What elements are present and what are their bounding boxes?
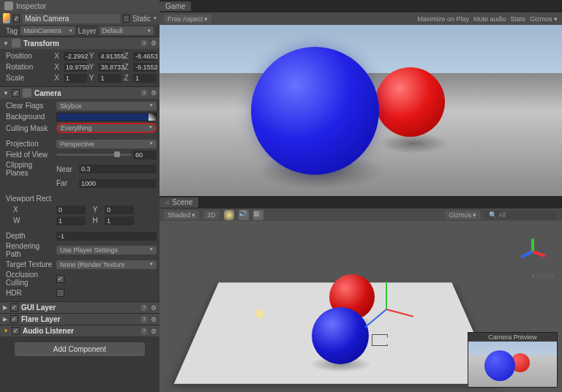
2d-toggle[interactable]: 2D — [203, 211, 220, 219]
scene-view[interactable]: ◄ Persp Camera Preview — [160, 221, 562, 392]
static-label: Static — [132, 15, 151, 23]
fx-icon[interactable]: ▦ — [253, 210, 263, 220]
layer-dropdown[interactable]: Default — [100, 26, 154, 35]
hdr-checkbox[interactable] — [56, 289, 64, 297]
scale-z-input[interactable]: 1 — [133, 74, 157, 83]
camera-header[interactable]: ▼ ✓ Camera ? ⚙ — [0, 87, 160, 99]
pos-y-input[interactable]: 4.91355 — [98, 52, 121, 61]
viewport-y-input[interactable]: 0 — [105, 206, 134, 214]
occlusion-checkbox[interactable]: ✓ — [56, 275, 64, 283]
background-label: Background — [3, 113, 54, 121]
pos-z-input[interactable]: -8.4653 — [133, 52, 157, 61]
audio-listener-header[interactable]: ▼✓Audio Listener?⚙ — [0, 325, 160, 336]
aspect-dropdown[interactable]: Free Aspect ▾ — [164, 15, 211, 23]
gear-icon[interactable]: ⚙ — [151, 89, 157, 97]
scale-x-input[interactable]: 1 — [64, 74, 87, 83]
audio-icon[interactable]: 🔊 — [239, 210, 249, 220]
object-name-input[interactable] — [23, 14, 120, 23]
red-sphere — [375, 67, 445, 137]
rot-x-input[interactable]: 19.9750 — [64, 63, 87, 72]
culling-mask-label: Culling Mask — [3, 124, 54, 132]
scale-label: Scale — [3, 74, 52, 82]
rot-z-input[interactable]: -9.1552 — [133, 63, 157, 72]
transform-component: ▼ Transform ? ⚙ Position X-2.2992 Y4.913… — [0, 37, 160, 86]
fov-label: Field of View — [3, 151, 54, 159]
camera-enabled-checkbox[interactable]: ✓ — [12, 89, 20, 97]
projection-dropdown[interactable]: Perspective — [56, 140, 157, 148]
inspector-title: Inspector — [16, 2, 46, 10]
scene-blue-sphere[interactable] — [312, 307, 369, 364]
clear-flags-label: Clear Flags — [3, 102, 54, 110]
projection-label: Projection — [3, 140, 54, 148]
transform-title: Transform — [23, 39, 59, 48]
hdr-label: HDR — [3, 289, 54, 297]
viewport-h-input[interactable]: 1 — [105, 216, 134, 225]
clear-flags-dropdown[interactable]: Skybox — [56, 102, 157, 110]
preview-blue-sphere — [484, 350, 515, 381]
target-texture-label: Target Texture — [3, 260, 54, 268]
fov-slider[interactable] — [56, 154, 131, 156]
help-icon[interactable]: ? — [140, 89, 148, 97]
layer-label: Layer — [78, 27, 97, 35]
fov-input[interactable]: 60 — [133, 151, 157, 159]
game-tab[interactable]: Game — [160, 1, 191, 11]
position-label: Position — [3, 52, 52, 60]
occlusion-label: Occlusion Culling — [3, 271, 54, 287]
camera-preview: Camera Preview — [468, 332, 558, 388]
scene-tab[interactable]: ⌗Scene — [160, 197, 198, 208]
rotation-label: Rotation — [3, 63, 52, 71]
depth-input[interactable]: -1 — [56, 232, 157, 241]
inspector-icon — [4, 1, 13, 10]
stats-toggle[interactable]: Stats — [510, 15, 525, 23]
far-input[interactable]: 1000 — [79, 179, 157, 188]
static-checkbox[interactable] — [123, 15, 130, 23]
transform-header[interactable]: ▼ Transform ? ⚙ — [0, 37, 160, 49]
game-view[interactable] — [160, 25, 562, 196]
mute-toggle[interactable]: Mute audio — [473, 15, 506, 23]
gear-icon[interactable]: ⚙ — [151, 39, 157, 47]
tag-dropdown[interactable]: MainCamera — [20, 26, 75, 35]
gui-layer-header[interactable]: ▶✓GUI Layer?⚙ — [0, 302, 160, 313]
near-label: Near — [56, 165, 77, 173]
scene-gizmos-dropdown[interactable]: Gizmos ▾ — [445, 211, 480, 219]
foldout-icon: ▼ — [3, 90, 9, 97]
camera-component: ▼ ✓ Camera ? ⚙ Clear FlagsSkybox Backgro… — [0, 86, 160, 301]
blue-sphere — [251, 47, 379, 175]
help-icon[interactable]: ? — [140, 39, 148, 47]
gameobject-icon — [3, 13, 10, 23]
depth-label: Depth — [3, 232, 54, 240]
orientation-gizmo[interactable] — [514, 232, 551, 268]
scale-y-input[interactable]: 1 — [98, 74, 121, 83]
light-gizmo-icon[interactable] — [255, 309, 265, 319]
rendering-path-label: Rendering Path — [3, 242, 54, 258]
rendering-path-dropdown[interactable]: Use Player Settings — [56, 246, 157, 255]
tag-label: Tag — [6, 27, 18, 35]
shaded-dropdown[interactable]: Shaded ▾ — [164, 211, 199, 219]
target-texture-field[interactable]: None (Render Texture — [56, 260, 157, 269]
camera-title: Camera — [34, 89, 61, 97]
object-header: ✓ Static ▾ — [0, 12, 160, 25]
foldout-icon: ▼ — [3, 40, 9, 47]
rot-y-input[interactable]: 38.8733 — [98, 63, 121, 72]
tag-layer-row: Tag MainCamera Layer Default — [0, 25, 160, 37]
gizmos-toggle[interactable]: Gizmos ▾ — [530, 15, 558, 23]
viewport-w-input[interactable]: 1 — [56, 216, 86, 225]
active-checkbox[interactable]: ✓ — [13, 15, 20, 23]
culling-mask-dropdown[interactable]: Everything — [56, 123, 157, 133]
inspector-tab[interactable]: Inspector — [0, 0, 160, 12]
background-color-picker[interactable] — [56, 113, 157, 121]
game-toolbar: Free Aspect ▾ Maximize on Play Mute audi… — [160, 12, 562, 25]
maximize-toggle[interactable]: Maximize on Play — [417, 15, 469, 23]
light-icon[interactable]: ☀ — [224, 210, 234, 220]
persp-label[interactable]: ◄ Persp — [529, 272, 555, 279]
viewport-label: Viewport Rect — [3, 195, 54, 203]
pos-x-input[interactable]: -2.2992 — [64, 52, 87, 61]
flare-layer-header[interactable]: ▶✓Flare Layer?⚙ — [0, 314, 160, 325]
far-label: Far — [56, 179, 77, 187]
near-input[interactable]: 0.3 — [79, 165, 157, 173]
scene-search-input[interactable]: 🔍 All — [484, 211, 558, 219]
static-dropdown-icon[interactable]: ▾ — [154, 15, 157, 21]
camera-gizmo-icon[interactable] — [372, 334, 388, 346]
add-component-button[interactable]: Add Component — [15, 342, 145, 356]
viewport-x-input[interactable]: 0 — [56, 206, 86, 214]
